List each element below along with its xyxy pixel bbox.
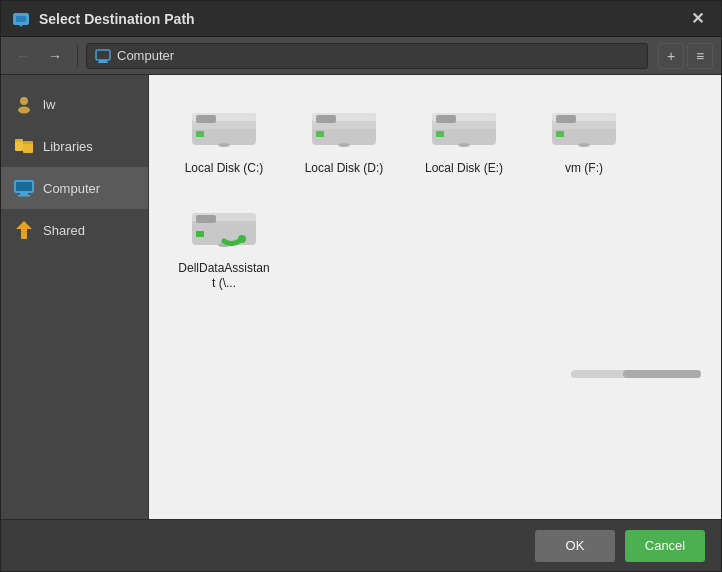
- svg-point-21: [218, 143, 230, 147]
- svg-marker-16: [16, 221, 32, 239]
- svg-point-39: [578, 143, 590, 147]
- back-button[interactable]: ←: [9, 42, 37, 70]
- sidebar-label-shared: Shared: [43, 223, 85, 238]
- nav-bar: ← → Computer + ≡: [1, 37, 721, 75]
- svg-rect-22: [196, 131, 204, 137]
- list-item[interactable]: Local Disk (C:): [169, 95, 279, 185]
- shared-icon: [13, 219, 35, 241]
- dialog-title: Select Destination Path: [39, 11, 675, 27]
- file-area: Local Disk (C:) Local Disk (D:): [149, 75, 721, 519]
- sidebar: lw Libraries: [1, 75, 149, 519]
- svg-rect-5: [98, 62, 108, 63]
- disk-c-label: Local Disk (C:): [185, 161, 264, 177]
- disk-f-label: vm (F:): [565, 161, 603, 177]
- svg-point-33: [458, 143, 470, 147]
- footer: OK Cancel: [1, 519, 721, 571]
- ok-button[interactable]: OK: [535, 530, 615, 562]
- list-item[interactable]: Local Disk (D:): [289, 95, 399, 185]
- sidebar-label-libraries: Libraries: [43, 139, 93, 154]
- svg-rect-26: [316, 115, 336, 123]
- svg-rect-20: [196, 115, 216, 123]
- list-item[interactable]: DellDataAssistant (\...: [169, 195, 279, 300]
- disk-e-icon: [428, 103, 500, 155]
- svg-rect-15: [18, 195, 30, 197]
- svg-point-27: [338, 143, 350, 147]
- nav-right-buttons: + ≡: [658, 43, 713, 69]
- svg-point-6: [20, 97, 28, 105]
- forward-button[interactable]: →: [41, 42, 69, 70]
- svg-rect-34: [436, 131, 444, 137]
- sidebar-item-lw[interactable]: lw: [1, 83, 148, 125]
- user-icon: [13, 93, 35, 115]
- cancel-button[interactable]: Cancel: [625, 530, 705, 562]
- sidebar-item-shared[interactable]: Shared: [1, 209, 148, 251]
- svg-rect-4: [99, 60, 107, 62]
- address-bar[interactable]: Computer: [86, 43, 648, 69]
- libraries-icon: [13, 135, 35, 157]
- svg-rect-47: [196, 231, 204, 237]
- svg-point-7: [18, 107, 30, 114]
- computer-icon: [95, 49, 111, 63]
- svg-rect-28: [316, 131, 324, 137]
- svg-rect-3: [96, 50, 110, 60]
- svg-rect-8: [15, 141, 23, 151]
- add-button[interactable]: +: [658, 43, 684, 69]
- scrollbar-thumb[interactable]: [623, 370, 701, 378]
- svg-rect-40: [556, 131, 564, 137]
- svg-rect-10: [23, 143, 33, 153]
- svg-rect-44: [196, 215, 216, 223]
- svg-rect-14: [20, 193, 28, 195]
- address-text: Computer: [117, 48, 174, 63]
- disk-dell-icon: [188, 203, 260, 255]
- svg-rect-13: [16, 182, 32, 191]
- svg-rect-1: [16, 16, 26, 22]
- svg-rect-38: [556, 115, 576, 123]
- sidebar-label-computer: Computer: [43, 181, 100, 196]
- disk-c-icon: [188, 103, 260, 155]
- svg-rect-9: [15, 139, 23, 142]
- scrollbar-track[interactable]: [571, 370, 701, 378]
- view-button[interactable]: ≡: [687, 43, 713, 69]
- sidebar-item-computer[interactable]: Computer: [1, 167, 148, 209]
- main-content: lw Libraries: [1, 75, 721, 519]
- nav-divider: [77, 46, 78, 66]
- svg-rect-11: [23, 141, 33, 144]
- list-item[interactable]: vm (F:): [529, 95, 639, 185]
- sidebar-item-libraries[interactable]: Libraries: [1, 125, 148, 167]
- dialog: Select Destination Path ✕ ← → Computer +…: [0, 0, 722, 572]
- close-button[interactable]: ✕: [683, 5, 711, 33]
- computer-sidebar-icon: [13, 177, 35, 199]
- disk-d-label: Local Disk (D:): [305, 161, 384, 177]
- disk-dell-label: DellDataAssistant (\...: [177, 261, 271, 292]
- list-item[interactable]: Local Disk (E:): [409, 95, 519, 185]
- disk-e-label: Local Disk (E:): [425, 161, 503, 177]
- svg-rect-32: [436, 115, 456, 123]
- disk-d-icon: [308, 103, 380, 155]
- svg-point-2: [20, 23, 23, 26]
- app-icon: [11, 9, 31, 29]
- svg-point-46: [238, 235, 246, 243]
- disk-f-icon: [548, 103, 620, 155]
- title-bar: Select Destination Path ✕: [1, 1, 721, 37]
- sidebar-label-lw: lw: [43, 97, 55, 112]
